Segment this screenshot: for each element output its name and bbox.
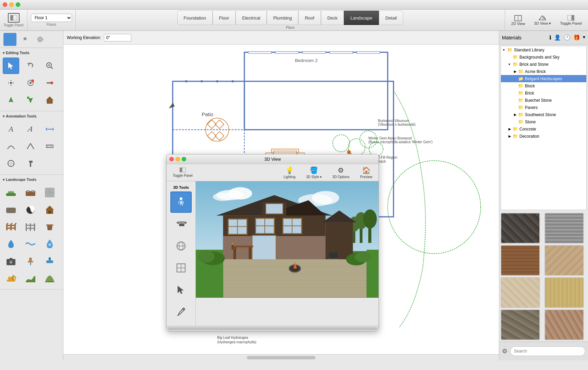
- terrain-tool[interactable]: [22, 270, 39, 286]
- tree-item-decoration[interactable]: ▶ 📁 Decoration: [501, 133, 586, 140]
- 3d-options-button[interactable]: ⚙ 3D Options: [329, 165, 352, 180]
- angle-tool[interactable]: [22, 138, 39, 155]
- dropdown-arrow[interactable]: ▾: [583, 34, 585, 41]
- person-icon[interactable]: 👤: [554, 34, 561, 41]
- water-valve-tool[interactable]: [41, 253, 58, 269]
- tree-item-acme-brick[interactable]: ▶ 📁 Acme Brick: [501, 68, 586, 75]
- 3d-style-button[interactable]: 🪣 3D Style ▾: [303, 165, 325, 180]
- measure-tool[interactable]: [41, 138, 58, 155]
- plan-tab-detail[interactable]: Detail: [379, 11, 403, 25]
- soil-tool[interactable]: [22, 184, 39, 201]
- close-button[interactable]: [3, 2, 7, 7]
- grass-tool[interactable]: [3, 184, 19, 201]
- pan-tool[interactable]: [3, 75, 19, 91]
- select-tool[interactable]: [3, 58, 19, 74]
- water-drop-tool[interactable]: [3, 236, 19, 252]
- plan-tab-plumbing[interactable]: Plumbing: [267, 11, 298, 25]
- concrete-tool[interactable]: [41, 184, 58, 201]
- lighting-button[interactable]: 💡 Lighting: [281, 165, 298, 180]
- preview-button[interactable]: 🏠 Preview: [357, 165, 375, 180]
- material-thumb-2[interactable]: [501, 245, 540, 276]
- excavator-tool[interactable]: [3, 270, 19, 286]
- toggle-panel-right-button[interactable]: Toggle Panel: [557, 14, 585, 27]
- 3d-scene-view[interactable]: [196, 181, 379, 298]
- material-thumb-7[interactable]: [544, 309, 584, 340]
- select-mode-button[interactable]: [3, 33, 16, 46]
- settings-icon[interactable]: ⚙: [502, 347, 507, 355]
- plan-tab-floor[interactable]: Floor: [213, 11, 236, 25]
- tree-item-buechel-stone[interactable]: 📁 Buechel Stone: [501, 97, 586, 104]
- tree-item-standard-library[interactable]: ▾ 📁 Standard Library: [501, 46, 586, 53]
- gift-icon[interactable]: 🎁: [573, 34, 580, 41]
- material-thumb-4[interactable]: [501, 277, 540, 308]
- irrigation-tool[interactable]: [41, 236, 58, 252]
- editing-tools-header[interactable]: Editing Tools: [0, 49, 63, 56]
- eyedropper-tool-3d[interactable]: [170, 301, 192, 322]
- tree-item-brick[interactable]: 📁 Brick: [501, 89, 586, 97]
- add-tool[interactable]: [22, 75, 39, 91]
- 3d-close-button[interactable]: [169, 157, 174, 161]
- select-tool-3d[interactable]: [170, 279, 192, 300]
- material-thumb-1[interactable]: [544, 213, 584, 244]
- fence-metal-tool[interactable]: [22, 219, 39, 235]
- dimension-tool[interactable]: [41, 121, 58, 137]
- elevation-input[interactable]: [104, 34, 131, 41]
- faucet-tool[interactable]: [22, 253, 39, 269]
- plan-tab-foundation[interactable]: Foundation: [177, 11, 213, 25]
- blueprint-tool-3d[interactable]: [170, 257, 192, 279]
- build-mode-button[interactable]: [19, 33, 32, 46]
- 3d-minimize-button[interactable]: [176, 157, 180, 161]
- text-tool[interactable]: A: [3, 121, 19, 137]
- material-thumb-6[interactable]: [501, 309, 540, 340]
- arrow-up-tool[interactable]: [3, 92, 19, 108]
- fence-wood-tool[interactable]: [3, 219, 19, 235]
- circle-tool[interactable]: [3, 155, 19, 172]
- plan-tab-deck[interactable]: Deck: [321, 11, 344, 25]
- tree-item-stone[interactable]: 📁 Stone: [501, 118, 586, 125]
- tree-item-block[interactable]: 📁 Block: [501, 82, 586, 89]
- tree-item-brick-stone[interactable]: ▾ 📁 Brick and Stone: [501, 61, 586, 68]
- tree-item-southwest-stone[interactable]: ▶ 📁 Southwest Stone: [501, 111, 586, 118]
- zoom-tool[interactable]: [41, 58, 58, 74]
- tree-item-backgrounds[interactable]: 📁 Backgrounds and Sky: [501, 53, 586, 61]
- materials-tree[interactable]: ▾ 📁 Standard Library 📁 Backgrounds and S…: [501, 46, 587, 210]
- floor-select[interactable]: Floor 1: [31, 14, 72, 22]
- italic-text-tool[interactable]: A: [22, 121, 39, 137]
- annotation-tools-header[interactable]: Annotation Tools: [0, 113, 63, 120]
- undo-tool[interactable]: [22, 58, 39, 74]
- hill-tool[interactable]: [41, 270, 58, 286]
- house-landscape-tool[interactable]: [41, 201, 58, 218]
- plan-tab-electrical[interactable]: Electrical: [236, 11, 267, 25]
- clock-icon[interactable]: 🕐: [564, 34, 571, 41]
- material-thumb-0[interactable]: [501, 213, 540, 244]
- 3d-toggle-panel-button[interactable]: Toggle Panel: [170, 167, 195, 178]
- minimize-button[interactable]: [9, 2, 14, 7]
- arc-tool[interactable]: [3, 138, 19, 155]
- view-3d-button[interactable]: 3D View ▾: [531, 13, 554, 27]
- maximize-button[interactable]: [16, 2, 20, 7]
- material-thumb-3[interactable]: [544, 245, 584, 276]
- info-icon[interactable]: ℹ: [549, 34, 551, 41]
- 3d-maximize-button[interactable]: [182, 157, 186, 161]
- yin-yang-tool[interactable]: [22, 201, 39, 218]
- remove-tool[interactable]: [41, 75, 58, 91]
- view-2d-button[interactable]: 2D View: [508, 13, 528, 27]
- plan-tab-roof[interactable]: Roof: [298, 11, 321, 25]
- stream-tool[interactable]: [22, 236, 39, 252]
- landscape-tools-header[interactable]: Landscape Tools: [0, 176, 63, 183]
- rock-tool[interactable]: [3, 201, 19, 218]
- material-thumb-5[interactable]: [544, 277, 584, 308]
- canvas-area[interactable]: Bedroom 2 Patio: [63, 45, 499, 354]
- search-input[interactable]: [510, 346, 585, 356]
- camera-tool[interactable]: [3, 253, 19, 269]
- toggle-panel-left-button[interactable]: Toggle Panel: [0, 10, 27, 31]
- arrow-down-tool[interactable]: [22, 92, 39, 108]
- planter-tool[interactable]: [41, 219, 58, 235]
- globe-tool-3d[interactable]: [170, 235, 192, 257]
- 3d-scrollbar[interactable]: [167, 326, 379, 331]
- tree-item-pavers[interactable]: 📁 Pavers: [501, 104, 586, 111]
- plan-tab-landscape[interactable]: Landscape: [344, 11, 379, 25]
- tree-item-concrete[interactable]: ▶ 📁 Concrete: [501, 125, 586, 133]
- hammer-tool[interactable]: [22, 155, 39, 172]
- tree-item-belgard[interactable]: 📁 Belgard Hardscapes: [501, 75, 586, 82]
